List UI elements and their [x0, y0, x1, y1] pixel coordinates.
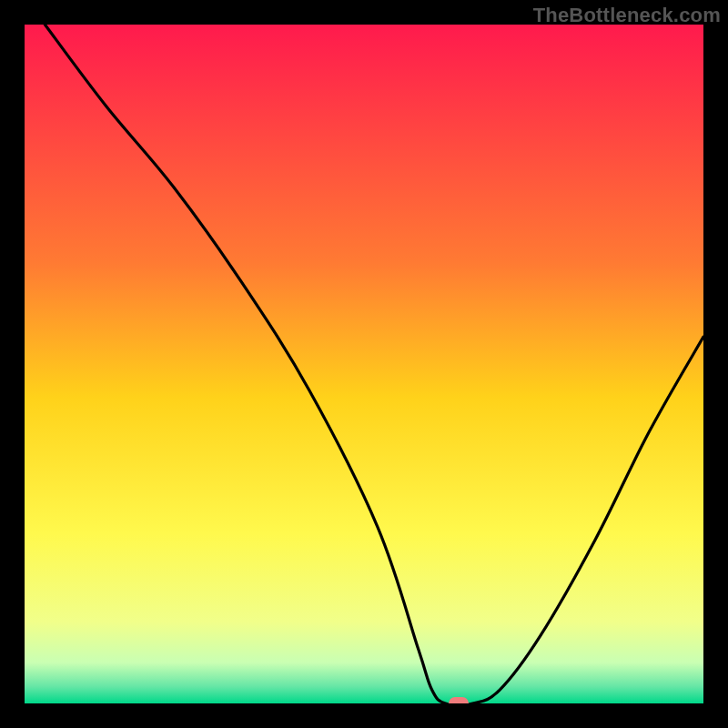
watermark-text: TheBottleneck.com — [533, 4, 721, 27]
gradient-background — [25, 25, 703, 703]
plot-svg — [25, 25, 703, 703]
optimal-point-marker — [449, 697, 469, 703]
plot-area — [25, 25, 703, 703]
bottleneck-chart: TheBottleneck.com — [0, 0, 728, 728]
